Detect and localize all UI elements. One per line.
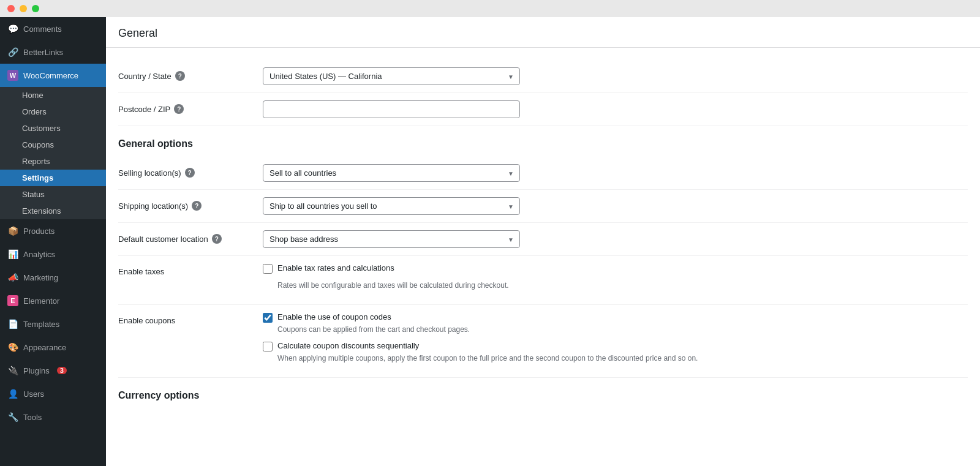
sidebar-item-analytics[interactable]: 📊 Analytics: [0, 242, 106, 266]
analytics-icon: 📊: [7, 249, 18, 260]
sidebar-label-woocommerce: WooCommerce: [23, 71, 78, 80]
enable-coupons-row: Enable coupons Enable the use of coupon …: [118, 305, 968, 378]
sidebar-item-coupons[interactable]: Coupons: [0, 137, 106, 153]
page-header: General: [106, 17, 980, 48]
sidebar: 💬 Comments 🔗 BetterLinks W WooCommerce H…: [0, 17, 106, 466]
page-title: General: [118, 27, 968, 40]
postcode-zip-row: Postcode / ZIP ?: [118, 93, 968, 126]
settings-section: Country / State ? United States (US) — C…: [106, 48, 980, 421]
sidebar-item-reports[interactable]: Reports: [0, 153, 106, 170]
sidebar-item-woocommerce[interactable]: W WooCommerce: [0, 64, 106, 87]
appearance-icon: 🎨: [7, 342, 18, 353]
users-icon: 👤: [7, 388, 18, 399]
default-customer-location-row: Default customer location ? Shop base ad…: [118, 223, 968, 256]
elementor-icon: E: [7, 295, 18, 306]
woocommerce-icon: W: [7, 70, 18, 81]
sequential-coupons-checkbox[interactable]: [263, 342, 273, 351]
sidebar-item-users[interactable]: 👤 Users: [0, 382, 106, 405]
close-button[interactable]: [7, 5, 15, 12]
postcode-zip-input[interactable]: [263, 100, 520, 118]
enable-taxes-row: Enable taxes Enable tax rates and calcul…: [118, 256, 968, 305]
selling-locations-help[interactable]: ?: [185, 168, 195, 178]
sidebar-item-plugins[interactable]: 🔌 Plugins 3: [0, 359, 106, 382]
sequential-coupons-description: When applying multiple coupons, apply th…: [277, 354, 968, 363]
sidebar-item-customers[interactable]: Customers: [0, 120, 106, 137]
enable-coupons-checkbox-label[interactable]: Enable the use of coupon codes: [277, 312, 391, 321]
general-options-heading: General options: [118, 126, 968, 154]
sidebar-item-home[interactable]: Home: [0, 87, 106, 103]
plugins-icon: 🔌: [7, 365, 18, 376]
country-state-help[interactable]: ?: [175, 71, 185, 81]
shipping-locations-row: Shipping location(s) ? Ship to all count…: [118, 190, 968, 223]
sidebar-item-comments[interactable]: 💬 Comments: [0, 17, 106, 40]
sidebar-item-extensions[interactable]: Extensions: [0, 203, 106, 219]
minimize-button[interactable]: [20, 5, 27, 12]
betterlinks-icon: 🔗: [7, 47, 18, 58]
sidebar-item-tools[interactable]: 🔧 Tools: [0, 405, 106, 429]
selling-locations-label: Selling location(s): [118, 168, 181, 178]
sidebar-item-settings[interactable]: Settings: [0, 170, 106, 186]
products-icon: 📦: [7, 225, 18, 236]
sidebar-label-betterlinks: BetterLinks: [23, 48, 63, 57]
currency-options-heading: Currency options: [118, 378, 968, 406]
content-area: General Country / State ? United States …: [106, 17, 980, 466]
selling-locations-select[interactable]: Sell to all countries Sell to specific c…: [263, 164, 520, 182]
enable-taxes-checkbox[interactable]: [263, 264, 273, 274]
selling-locations-row: Selling location(s) ? Sell to all countr…: [118, 157, 968, 190]
postcode-zip-help[interactable]: ?: [174, 104, 184, 114]
sidebar-item-templates[interactable]: 📄 Templates: [0, 312, 106, 336]
enable-taxes-label: Enable taxes: [118, 267, 164, 276]
enable-taxes-checkbox-label[interactable]: Enable tax rates and calculations: [277, 263, 394, 272]
templates-icon: 📄: [7, 318, 18, 329]
sequential-coupons-checkbox-label[interactable]: Calculate coupon discounts sequentially: [277, 341, 419, 350]
shipping-locations-label: Shipping location(s): [118, 201, 188, 211]
plugins-badge: 3: [57, 367, 67, 374]
title-bar: [0, 0, 980, 17]
country-state-row: Country / State ? United States (US) — C…: [118, 60, 968, 93]
marketing-icon: 📣: [7, 272, 18, 283]
postcode-zip-label: Postcode / ZIP: [118, 105, 170, 114]
default-customer-location-help[interactable]: ?: [212, 234, 222, 244]
default-customer-location-label: Default customer location: [118, 235, 208, 244]
sidebar-item-status[interactable]: Status: [0, 186, 106, 203]
country-state-select[interactable]: United States (US) — California: [263, 67, 520, 85]
comments-icon: 💬: [7, 23, 18, 34]
enable-coupons-description: Coupons can be applied from the cart and…: [277, 325, 968, 334]
maximize-button[interactable]: [32, 5, 39, 12]
shipping-locations-select[interactable]: Ship to all countries you sell to Ship t…: [263, 197, 520, 215]
sidebar-label-comments: Comments: [23, 24, 62, 34]
country-state-label: Country / State: [118, 72, 172, 81]
sidebar-item-appearance[interactable]: 🎨 Appearance: [0, 336, 106, 359]
enable-coupons-checkbox[interactable]: [263, 313, 273, 323]
default-customer-location-select[interactable]: Shop base address No location by default…: [263, 230, 520, 248]
sidebar-item-elementor[interactable]: E Elementor: [0, 289, 106, 312]
sidebar-item-orders[interactable]: Orders: [0, 103, 106, 120]
sidebar-item-betterlinks[interactable]: 🔗 BetterLinks: [0, 40, 106, 64]
sidebar-item-marketing[interactable]: 📣 Marketing: [0, 266, 106, 289]
sidebar-item-products[interactable]: 📦 Products: [0, 219, 106, 242]
shipping-locations-help[interactable]: ?: [192, 201, 202, 211]
woocommerce-submenu: Home Orders Customers Coupons Reports Se…: [0, 87, 106, 219]
enable-taxes-description: Rates will be configurable and taxes wil…: [277, 281, 968, 290]
tools-icon: 🔧: [7, 412, 18, 423]
enable-coupons-label: Enable coupons: [118, 316, 175, 325]
